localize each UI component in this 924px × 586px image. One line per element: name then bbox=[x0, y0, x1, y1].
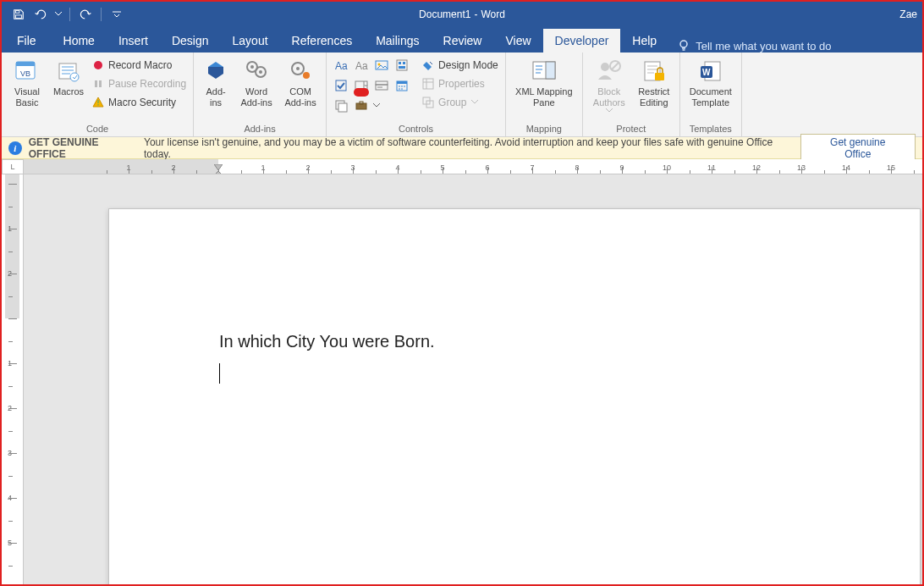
save-button[interactable] bbox=[10, 6, 27, 23]
svg-rect-30 bbox=[376, 81, 388, 85]
svg-text:Aa: Aa bbox=[355, 60, 368, 72]
tab-home[interactable]: Home bbox=[52, 29, 107, 53]
macros-button[interactable]: Macros bbox=[51, 56, 86, 97]
tab-design[interactable]: Design bbox=[160, 29, 221, 53]
svg-text:VB: VB bbox=[20, 69, 30, 78]
svg-point-18 bbox=[296, 67, 300, 70]
app-name: Word bbox=[481, 8, 504, 20]
pause-icon bbox=[91, 77, 105, 91]
record-macro-button[interactable]: Record Macro bbox=[90, 56, 188, 75]
combobox-control-button[interactable] bbox=[352, 76, 371, 95]
xml-mapping-pane-button[interactable]: XML Mapping Pane bbox=[511, 56, 577, 108]
svg-point-15 bbox=[250, 65, 254, 69]
repeating-section-control-button[interactable] bbox=[332, 97, 350, 115]
tab-developer[interactable]: Developer bbox=[543, 29, 621, 53]
restrict-editing-button[interactable]: Restrict Editing bbox=[634, 56, 674, 108]
dropdown-control-button[interactable] bbox=[372, 76, 391, 95]
svg-rect-33 bbox=[397, 81, 407, 84]
group-button: Group bbox=[420, 93, 500, 112]
group-icon bbox=[421, 96, 435, 109]
svg-point-2 bbox=[680, 41, 687, 47]
undo-dropdown[interactable] bbox=[54, 6, 63, 23]
word-addins-button[interactable]: Word Add-ins bbox=[236, 56, 277, 108]
design-mode-button[interactable]: Design Mode bbox=[420, 56, 500, 75]
record-icon bbox=[91, 58, 105, 72]
document-name: Document1 bbox=[419, 8, 470, 20]
com-addins-button[interactable]: COM Add-ins bbox=[280, 56, 321, 108]
info-icon: i bbox=[8, 141, 22, 155]
svg-rect-12 bbox=[97, 104, 98, 105]
svg-rect-1 bbox=[16, 15, 22, 19]
properties-icon bbox=[421, 77, 435, 91]
controls-grid: Aa Aa bbox=[332, 56, 411, 115]
svg-rect-42 bbox=[546, 62, 555, 79]
svg-rect-35 bbox=[338, 103, 347, 112]
tell-me-search[interactable]: Tell me what you want to do bbox=[668, 39, 839, 53]
tab-mailings[interactable]: Mailings bbox=[364, 29, 431, 53]
page[interactable]: In which City You were Born. bbox=[108, 208, 921, 584]
message-bar-title: GET GENUINE OFFICE bbox=[29, 136, 137, 160]
document-text-line[interactable]: In which City You were Born. bbox=[219, 332, 435, 351]
properties-button: Properties bbox=[420, 75, 500, 93]
svg-point-7 bbox=[70, 73, 79, 81]
document-template-button[interactable]: W Document Template bbox=[685, 56, 736, 108]
group-templates: W Document Template Templates bbox=[680, 53, 742, 136]
legacy-tools-button[interactable] bbox=[352, 97, 371, 115]
block-authors-icon bbox=[596, 58, 623, 85]
svg-rect-27 bbox=[399, 66, 405, 69]
svg-point-43 bbox=[601, 63, 609, 71]
undo-button[interactable] bbox=[32, 6, 49, 23]
plain-text-control-button[interactable]: Aa bbox=[352, 56, 371, 75]
group-mapping: XML Mapping Pane Mapping bbox=[506, 53, 583, 136]
customize-qat-button[interactable] bbox=[108, 6, 125, 23]
title-bar: Document1 - Word Zae bbox=[2, 2, 922, 27]
vertical-ruler[interactable]: 2112345678 bbox=[2, 174, 24, 584]
macros-icon bbox=[55, 58, 82, 85]
date-picker-control-button[interactable] bbox=[393, 76, 411, 95]
svg-rect-0 bbox=[16, 11, 19, 14]
rich-text-control-button[interactable]: Aa bbox=[332, 56, 350, 75]
ruler-corner[interactable]: L bbox=[2, 159, 24, 174]
ribbon-tabs: File Home Insert Design Layout Reference… bbox=[2, 27, 922, 53]
get-genuine-office-button[interactable]: Get genuine Office bbox=[800, 134, 916, 163]
svg-text:Aa: Aa bbox=[335, 60, 348, 72]
svg-rect-4 bbox=[16, 62, 35, 66]
xml-mapping-icon bbox=[531, 58, 558, 85]
tab-insert[interactable]: Insert bbox=[107, 29, 160, 53]
svg-point-19 bbox=[303, 72, 310, 79]
word-addins-icon bbox=[243, 58, 270, 85]
visual-basic-icon: VB bbox=[14, 58, 41, 85]
tab-file[interactable]: File bbox=[2, 29, 52, 53]
document-canvas[interactable]: In which City You were Born. bbox=[24, 174, 922, 584]
addins-button[interactable]: Add- ins bbox=[199, 56, 233, 108]
legacy-tools-dropdown[interactable] bbox=[372, 97, 381, 115]
svg-rect-9 bbox=[95, 80, 97, 87]
tab-review[interactable]: Review bbox=[432, 29, 494, 53]
horizontal-ruler[interactable]: 2112345678910111213141516 bbox=[24, 159, 922, 174]
tab-help[interactable]: Help bbox=[620, 29, 668, 53]
tab-layout[interactable]: Layout bbox=[221, 29, 280, 53]
visual-basic-button[interactable]: VB Visual Basic bbox=[7, 56, 47, 108]
text-cursor bbox=[219, 363, 220, 384]
addins-icon bbox=[202, 58, 229, 85]
block-authors-button: Block Authors bbox=[588, 56, 630, 113]
checkbox-control-button[interactable] bbox=[332, 76, 350, 95]
ribbon: VB Visual Basic Macros Record Macro Paus… bbox=[2, 53, 922, 137]
svg-rect-10 bbox=[99, 80, 102, 87]
design-mode-icon bbox=[421, 58, 435, 72]
group-protect: Block Authors Restrict Editing Protect bbox=[583, 53, 680, 136]
restrict-editing-icon bbox=[641, 58, 668, 85]
com-addins-icon bbox=[287, 58, 314, 85]
macro-security-button[interactable]: Macro Security bbox=[90, 93, 188, 112]
building-block-control-button[interactable] bbox=[393, 56, 411, 75]
warning-icon bbox=[91, 96, 105, 109]
tab-references[interactable]: References bbox=[280, 29, 365, 53]
picture-control-button[interactable] bbox=[372, 56, 391, 75]
message-bar-text: Your license isn't genuine, and you may … bbox=[144, 136, 794, 160]
svg-rect-25 bbox=[399, 62, 401, 64]
tab-view[interactable]: View bbox=[493, 29, 542, 53]
svg-rect-11 bbox=[97, 100, 98, 103]
redo-button[interactable] bbox=[77, 6, 94, 23]
svg-point-16 bbox=[259, 70, 262, 74]
document-area: L 2112345678910111213141516 2112345678 I… bbox=[2, 159, 922, 584]
